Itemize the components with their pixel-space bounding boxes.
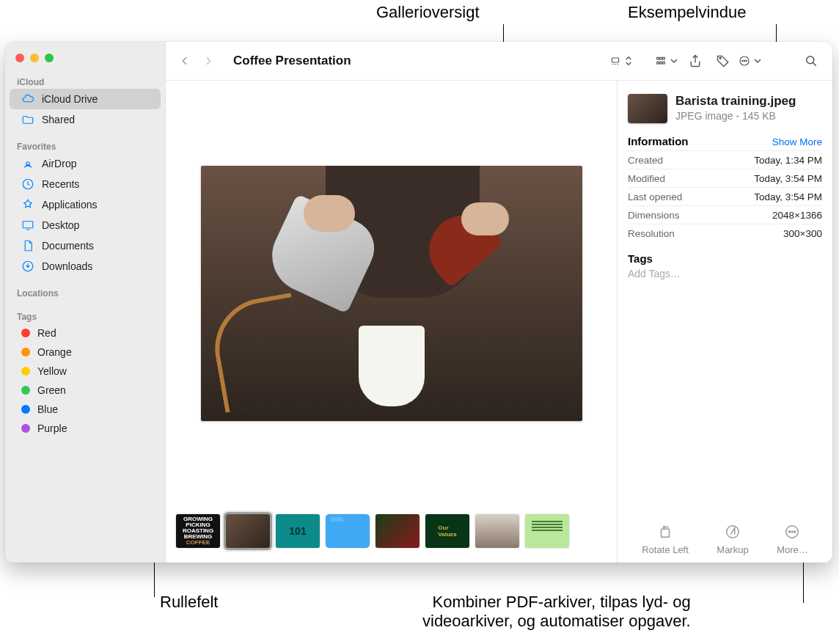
preview-image[interactable] [201,166,582,421]
callout-preview-pane: Eksempelvindue [628,3,746,22]
svg-point-22 [794,531,796,533]
tag-dot-icon [21,348,30,356]
sidebar-item-label: Shared [42,114,75,125]
sidebar-item-icloud-drive[interactable]: iCloud Drive [10,89,161,109]
sidebar-item-label: Purple [37,422,67,434]
svg-rect-7 [663,57,665,59]
window-controls [5,49,165,73]
sidebar-item-label: Documents [42,240,94,252]
callout-gallery-overview: Gallerioversigt [376,3,480,22]
info-section-title: Information [628,135,689,147]
thumbnail[interactable] [475,514,519,548]
sidebar-item-airdrop[interactable]: AirDrop [10,153,161,174]
svg-rect-5 [657,57,659,59]
thumbnail-selected[interactable] [226,514,270,548]
info-key: Modified [628,173,665,184]
sidebar-item-label: Yellow [37,365,67,377]
tag-dot-icon [21,405,30,414]
file-name: Barista training.jpeg [675,94,796,109]
back-button[interactable] [175,51,195,71]
callout-more-actions: Kombiner PDF-arkiver, tilpas lyd- og vid… [422,593,691,631]
tag-dot-icon [21,424,30,433]
window-title: Coffee Presentation [233,54,351,68]
sidebar-item-label: Applications [42,199,98,211]
sidebar-item-label: Red [37,327,56,339]
group-by-button[interactable] [655,50,680,72]
gallery-area: GROWINGPICKINGROASTINGBREWINGCOFFEE 101 … [166,81,617,563]
tags-button[interactable] [711,50,736,72]
more-actions-button[interactable] [739,50,763,72]
thumbnail[interactable] [375,514,420,548]
callout-text-line: Kombiner PDF-arkiver, tilpas lyd- og [422,593,691,612]
svg-rect-9 [660,62,662,64]
sidebar-section-favorites: Favorites [5,137,165,153]
preview-pane: Barista training.jpeg JPEG image - 145 K… [617,81,832,563]
markup-action[interactable]: Markup [717,524,748,555]
sidebar-item-label: Downloads [42,260,92,272]
forward-button[interactable] [198,51,219,71]
thumbnail-strip[interactable]: GROWINGPICKINGROASTINGBREWINGCOFFEE 101 … [166,505,617,563]
close-window-button[interactable] [15,54,24,62]
sidebar-item-downloads[interactable]: Downloads [10,256,161,277]
thumbnail-folder[interactable] [326,514,370,548]
sidebar-tag-green[interactable]: Green [10,381,161,400]
preview-header: Barista training.jpeg JPEG image - 145 K… [628,94,822,123]
thumbnail[interactable] [525,514,569,548]
sidebar-tag-purple[interactable]: Purple [10,419,161,438]
file-kind-size: JPEG image - 145 KB [675,110,796,122]
tag-dot-icon [21,329,30,337]
cloud-icon [21,92,34,106]
action-label: Markup [717,544,748,555]
sidebar-tag-red[interactable]: Red [10,323,161,343]
svg-point-14 [744,60,744,61]
svg-point-11 [719,57,721,59]
search-button[interactable] [799,50,824,72]
content-row: GROWINGPICKINGROASTINGBREWINGCOFFEE 101 … [166,81,832,563]
sidebar-item-desktop[interactable]: Desktop [10,215,161,235]
sidebar-item-documents[interactable]: Documents [10,235,161,256]
svg-point-16 [807,56,814,64]
thumbnail[interactable]: GROWINGPICKINGROASTINGBREWINGCOFFEE [176,514,220,548]
svg-point-15 [746,60,747,61]
fullscreen-window-button[interactable] [45,54,54,62]
apps-icon [21,198,34,211]
svg-rect-8 [657,62,659,64]
svg-point-13 [742,60,743,61]
show-more-button[interactable]: Show More [772,136,822,147]
sidebar-tag-orange[interactable]: Orange [10,343,161,362]
sidebar-item-recents[interactable]: Recents [10,174,161,194]
sidebar-item-applications[interactable]: Applications [10,194,161,215]
info-key: Created [628,155,663,166]
info-key: Resolution [628,228,675,239]
add-tags-field[interactable]: Add Tags… [628,268,822,279]
quick-actions: Rotate Left Markup More… [628,516,822,555]
sidebar-section-tags: Tags [5,307,165,323]
gallery-view-button[interactable] [609,50,634,72]
share-button[interactable] [683,50,708,72]
svg-point-21 [792,531,794,533]
tag-dot-icon [21,367,30,376]
clock-icon [21,178,34,191]
sidebar-item-label: Green [37,384,66,396]
sidebar-item-label: Desktop [42,219,79,231]
sidebar-section-icloud: iCloud [5,73,165,89]
rotate-left-action[interactable]: Rotate Left [642,524,689,555]
downloads-icon [21,260,34,273]
thumbnail[interactable]: OurValues [425,514,469,548]
sidebar: iCloud iCloud Drive Shared Favorites Air… [5,42,165,563]
main-content: Coffee Presentation [165,42,832,563]
thumbnail[interactable]: 101 [276,514,320,548]
callout-scroll-strip: Rullefelt [160,593,218,612]
svg-rect-10 [663,62,665,64]
more-action[interactable]: More… [777,524,808,555]
minimize-window-button[interactable] [30,54,39,62]
sidebar-tag-yellow[interactable]: Yellow [10,362,161,381]
sidebar-item-label: Recents [42,178,79,190]
desktop-icon [21,219,34,232]
toolbar: Coffee Presentation [166,42,832,81]
sidebar-item-shared[interactable]: Shared [10,109,161,130]
airdrop-icon [21,157,34,170]
sidebar-tag-blue[interactable]: Blue [10,400,161,419]
info-value: Today, 3:54 PM [754,191,822,202]
preview-area [166,81,617,505]
